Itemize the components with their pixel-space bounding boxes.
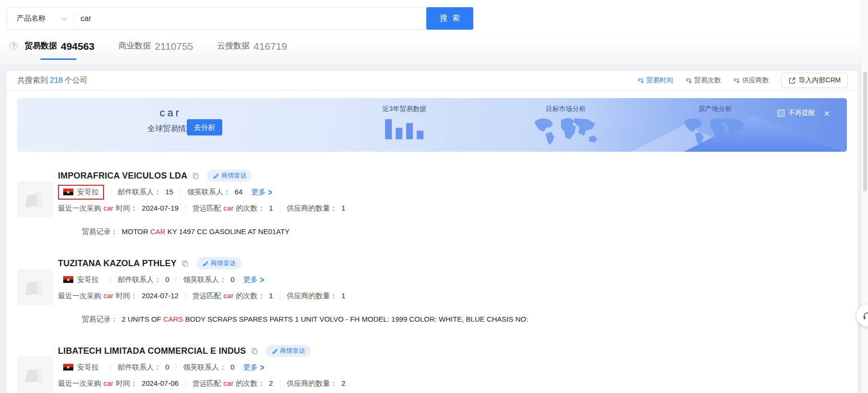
headset-icon (862, 310, 868, 321)
country-group: 安哥拉 (58, 272, 104, 287)
tab-trade-data[interactable]: ? 贸易数据 494563 (10, 40, 94, 51)
more-link[interactable]: 更多> (251, 188, 272, 197)
scrollbar-thumb[interactable] (863, 72, 867, 191)
company-name[interactable]: LIBATECH LIMITADA COMMERCIAL E INDUS (58, 346, 246, 356)
sort-trade-count[interactable]: 贸易次数 (685, 76, 721, 85)
company-name[interactable]: IMPORAFRICA VEICULOS LDA (58, 171, 187, 181)
tab-count: 416719 (253, 42, 287, 51)
chart-bar (417, 131, 423, 139)
search-input[interactable] (74, 14, 426, 23)
trade-search-page: 产品名称 搜索 ? 贸易数据 494563 商业数据 2110755 云搜数据 … (0, 0, 868, 393)
record-label: 贸易记录： (82, 315, 118, 323)
angola-flag-icon (63, 364, 73, 371)
sort-label: 贸易时间 (646, 76, 673, 85)
linkedin-contacts: 领英联系人：0 (183, 275, 234, 284)
supplier-count: 1 (342, 292, 345, 300)
company-details: IMPORAFRICA VEICULOS LDA 商情雷达 安哥拉 (58, 170, 847, 245)
company-logo-thumbnail[interactable] (17, 181, 53, 217)
copy-icon[interactable] (192, 172, 199, 180)
sort-supplier-count[interactable]: 供应商数 (733, 76, 769, 85)
company-logo-thumbnail[interactable] (17, 269, 53, 305)
analyze-button[interactable]: 去分析 (187, 119, 222, 135)
stat-label: 最近一次采购 (58, 379, 101, 387)
record-text: BODY SCRAPS SPARES PARTS 1 UNIT VOLVO - … (183, 315, 528, 323)
results-header: 共搜索到218个公司 贸易时间 贸易次数 供应商数 导入内部CRM (7, 71, 857, 90)
record-label: 贸易记录： (82, 227, 118, 236)
stat-label: 的次数： (236, 379, 264, 387)
results-card: 共搜索到218个公司 贸易时间 贸易次数 供应商数 导入内部CRM (7, 71, 857, 393)
supplier-count-stat: 供应商的数量：2 (287, 379, 345, 388)
company-name[interactable]: TUZITANA KAZOLA PTHLEY (58, 258, 177, 269)
stat-label: 供应商的数量： (287, 379, 337, 387)
results-summary: 共搜索到218个公司 (17, 76, 88, 86)
copy-icon[interactable] (182, 260, 189, 267)
target-market-block[interactable]: 目标市场分析 (515, 105, 616, 148)
company-logo-thumbnail[interactable] (17, 357, 53, 393)
scrollbar[interactable] (861, 0, 868, 393)
more-link[interactable]: 更多> (243, 275, 264, 284)
linkedin-count: 64 (235, 188, 243, 196)
business-radar-badge[interactable]: 商情雷达 (196, 257, 241, 269)
chevron-right-icon: > (260, 274, 264, 284)
keyword-highlight: car (224, 204, 234, 212)
search-button[interactable]: 搜索 (426, 7, 473, 30)
angola-flag-icon (63, 276, 73, 283)
help-icon[interactable]: ? (10, 42, 18, 50)
linkedin-count: 0 (230, 363, 234, 371)
trade-record: 贸易记录：2 UNITS OF CARS BODY SCRAPS SPARES … (58, 307, 847, 332)
tab-business-data[interactable]: 商业数据 2110755 (118, 40, 193, 51)
purchase-date: 2024-07-12 (142, 292, 179, 300)
badge-label: 商情雷达 (221, 171, 246, 180)
found-count: 218 (50, 76, 63, 84)
search-category-dropdown[interactable]: 产品名称 (7, 14, 73, 23)
active-tab-underline (40, 58, 77, 60)
linkedin-label: 领英联系人： (187, 188, 230, 196)
linkedin-count: 0 (230, 275, 234, 283)
email-label: 邮件联系人： (118, 188, 161, 196)
more-label: 更多 (243, 363, 258, 372)
keyword-highlight: car (103, 292, 114, 300)
data-tabs: ? 贸易数据 494563 商业数据 2110755 云搜数据 416719 (10, 40, 287, 51)
email-count: 0 (165, 275, 169, 283)
business-radar-badge[interactable]: 商情雷达 (207, 169, 252, 182)
tab-cloud-search-data[interactable]: 云搜数据 416719 (217, 40, 287, 51)
company-details: TUZITANA KAZOLA PTHLEY 商情雷达 安哥拉 (58, 258, 847, 332)
keyword-highlight: car (224, 292, 234, 300)
match-count-stat: 货运匹配car的次数：2 (193, 379, 273, 388)
copy-icon[interactable] (251, 348, 258, 355)
company-list-item: TUZITANA KAZOLA PTHLEY 商情雷达 安哥拉 (17, 258, 847, 332)
linkedin-label: 领英联系人： (183, 363, 226, 371)
more-link[interactable]: 更多> (243, 363, 264, 372)
angola-flag-icon (63, 189, 73, 195)
trade-trend-block[interactable]: 近3年贸易数据 (356, 105, 452, 139)
sort-toolbar: 贸易时间 贸易次数 供应商数 导入内部CRM (638, 73, 848, 88)
business-radar-badge[interactable]: 商情雷达 (266, 345, 311, 357)
record-text: KY 1497 CC GASOLINE AT NE01ATY (165, 227, 289, 236)
stat-label: 供应商的数量： (287, 292, 337, 300)
tab-label: 贸易数据 (24, 40, 57, 51)
radar-icon (202, 260, 208, 267)
company-list: IMPORAFRICA VEICULOS LDA 商情雷达 安哥拉 (7, 152, 857, 393)
import-crm-button[interactable]: 导入内部CRM (781, 73, 848, 88)
customer-support-button[interactable] (857, 304, 868, 326)
linkedin-contacts: 领英联系人：0 (183, 363, 234, 372)
close-icon[interactable]: × (824, 110, 830, 117)
last-purchase-stat: 最近一次采购car时间：2024-07-06 (58, 379, 179, 388)
company-list-item: LIBATECH LIMITADA COMMERCIAL E INDUS 商情雷… (17, 345, 847, 393)
search-category-label: 产品名称 (17, 14, 46, 23)
divider (185, 205, 186, 212)
email-contacts: 邮件联系人：0 (118, 363, 169, 372)
stat-label: 货运匹配 (193, 379, 221, 387)
origin-analysis-block[interactable]: 原产地分析 (665, 105, 765, 148)
trade-record: 贸易记录：MOTOR CAR KY 1497 CC GASOLINE AT NE… (58, 219, 847, 245)
divider (176, 276, 176, 283)
country-highlight-box: 安哥拉 (58, 185, 104, 200)
sort-trade-time[interactable]: 贸易时间 (638, 76, 673, 85)
stat-label: 的次数： (236, 292, 264, 300)
country-name: 安哥拉 (77, 363, 99, 372)
stat-label: 时间： (116, 292, 137, 300)
purchase-date: 2024-07-06 (142, 379, 179, 387)
stat-label: 货运匹配 (193, 292, 221, 300)
supplier-count: 1 (342, 204, 345, 212)
dont-remind-checkbox[interactable] (777, 110, 785, 117)
